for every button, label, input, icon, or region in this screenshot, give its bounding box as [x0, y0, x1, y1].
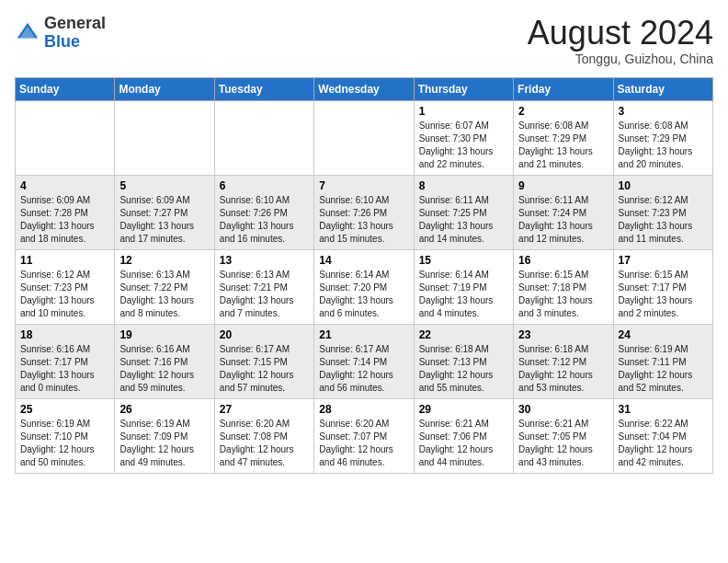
day-info: Sunrise: 6:17 AM Sunset: 7:15 PM Dayligh… — [220, 343, 309, 395]
day-info: Sunrise: 6:11 AM Sunset: 7:24 PM Dayligh… — [518, 194, 608, 246]
calendar-cell: 31Sunrise: 6:22 AM Sunset: 7:04 PM Dayli… — [613, 398, 712, 473]
day-info: Sunrise: 6:12 AM Sunset: 7:23 PM Dayligh… — [619, 194, 708, 246]
day-number: 21 — [319, 328, 408, 341]
calendar-cell: 21Sunrise: 6:17 AM Sunset: 7:14 PM Dayli… — [314, 324, 414, 398]
calendar-cell: 27Sunrise: 6:20 AM Sunset: 7:08 PM Dayli… — [214, 398, 313, 473]
calendar-cell — [16, 100, 115, 175]
day-number: 15 — [419, 254, 508, 267]
calendar-week-row: 11Sunrise: 6:12 AM Sunset: 7:23 PM Dayli… — [16, 249, 713, 324]
day-number: 26 — [119, 403, 209, 416]
calendar-cell: 7Sunrise: 6:10 AM Sunset: 7:26 PM Daylig… — [314, 175, 414, 249]
calendar-cell: 30Sunrise: 6:21 AM Sunset: 7:05 PM Dayli… — [514, 398, 613, 473]
day-number: 19 — [119, 328, 209, 341]
logo-general: General — [44, 14, 106, 32]
weekday-header-thursday: Thursday — [414, 77, 513, 100]
day-info: Sunrise: 6:16 AM Sunset: 7:17 PM Dayligh… — [20, 343, 109, 395]
day-number: 17 — [619, 254, 708, 267]
month-year: August 2024 — [528, 15, 713, 52]
calendar-cell: 23Sunrise: 6:18 AM Sunset: 7:12 PM Dayli… — [514, 324, 613, 398]
calendar-cell: 12Sunrise: 6:13 AM Sunset: 7:22 PM Dayli… — [115, 249, 214, 324]
calendar-cell: 1Sunrise: 6:07 AM Sunset: 7:30 PM Daylig… — [414, 100, 513, 175]
calendar-cell: 22Sunrise: 6:18 AM Sunset: 7:13 PM Dayli… — [414, 324, 513, 398]
calendar-cell: 4Sunrise: 6:09 AM Sunset: 7:28 PM Daylig… — [16, 175, 115, 249]
calendar-cell: 28Sunrise: 6:20 AM Sunset: 7:07 PM Dayli… — [314, 398, 414, 473]
day-info: Sunrise: 6:07 AM Sunset: 7:30 PM Dayligh… — [419, 120, 508, 171]
day-info: Sunrise: 6:12 AM Sunset: 7:23 PM Dayligh… — [20, 269, 109, 320]
calendar-cell: 6Sunrise: 6:10 AM Sunset: 7:26 PM Daylig… — [214, 175, 313, 249]
calendar-cell: 18Sunrise: 6:16 AM Sunset: 7:17 PM Dayli… — [16, 324, 115, 398]
calendar-cell: 26Sunrise: 6:19 AM Sunset: 7:09 PM Dayli… — [115, 398, 214, 473]
day-number: 12 — [119, 254, 209, 267]
weekday-header-monday: Monday — [115, 77, 214, 100]
calendar-cell: 24Sunrise: 6:19 AM Sunset: 7:11 PM Dayli… — [613, 324, 712, 398]
calendar-cell: 25Sunrise: 6:19 AM Sunset: 7:10 PM Dayli… — [16, 398, 115, 473]
day-info: Sunrise: 6:19 AM Sunset: 7:11 PM Dayligh… — [619, 343, 708, 395]
day-info: Sunrise: 6:18 AM Sunset: 7:13 PM Dayligh… — [419, 343, 508, 395]
day-info: Sunrise: 6:15 AM Sunset: 7:18 PM Dayligh… — [518, 269, 608, 320]
day-info: Sunrise: 6:15 AM Sunset: 7:17 PM Dayligh… — [619, 269, 708, 320]
day-info: Sunrise: 6:21 AM Sunset: 7:05 PM Dayligh… — [518, 418, 608, 469]
title-block: August 2024 Tonggu, Guizhou, China — [528, 15, 713, 66]
logo-text: General Blue — [44, 15, 106, 52]
day-number: 23 — [518, 328, 608, 341]
calendar-week-row: 25Sunrise: 6:19 AM Sunset: 7:10 PM Dayli… — [16, 398, 713, 473]
calendar-cell: 19Sunrise: 6:16 AM Sunset: 7:16 PM Dayli… — [115, 324, 214, 398]
day-info: Sunrise: 6:18 AM Sunset: 7:12 PM Dayligh… — [518, 343, 608, 395]
calendar-cell: 2Sunrise: 6:08 AM Sunset: 7:29 PM Daylig… — [514, 100, 613, 175]
day-info: Sunrise: 6:22 AM Sunset: 7:04 PM Dayligh… — [619, 418, 708, 469]
day-number: 30 — [518, 403, 608, 416]
day-number: 24 — [619, 328, 708, 341]
calendar-cell: 3Sunrise: 6:08 AM Sunset: 7:29 PM Daylig… — [613, 100, 712, 175]
calendar-cell: 29Sunrise: 6:21 AM Sunset: 7:06 PM Dayli… — [414, 398, 513, 473]
logo-icon — [15, 20, 40, 46]
day-number: 7 — [319, 179, 408, 192]
day-number: 3 — [619, 105, 708, 118]
day-number: 14 — [319, 254, 408, 267]
day-info: Sunrise: 6:19 AM Sunset: 7:10 PM Dayligh… — [20, 418, 109, 469]
calendar-cell: 15Sunrise: 6:14 AM Sunset: 7:19 PM Dayli… — [414, 249, 513, 324]
day-number: 29 — [419, 403, 508, 416]
location: Tonggu, Guizhou, China — [528, 52, 713, 66]
calendar-week-row: 1Sunrise: 6:07 AM Sunset: 7:30 PM Daylig… — [16, 100, 713, 175]
day-info: Sunrise: 6:08 AM Sunset: 7:29 PM Dayligh… — [518, 120, 608, 171]
day-number: 11 — [20, 254, 109, 267]
day-number: 9 — [518, 179, 608, 192]
day-number: 18 — [20, 328, 109, 341]
calendar-cell: 11Sunrise: 6:12 AM Sunset: 7:23 PM Dayli… — [16, 249, 115, 324]
calendar-week-row: 4Sunrise: 6:09 AM Sunset: 7:28 PM Daylig… — [16, 175, 713, 249]
calendar-cell: 10Sunrise: 6:12 AM Sunset: 7:23 PM Dayli… — [613, 175, 712, 249]
calendar-cell — [314, 100, 414, 175]
day-number: 28 — [319, 403, 408, 416]
weekday-header-friday: Friday — [514, 77, 613, 100]
weekday-header-row: SundayMondayTuesdayWednesdayThursdayFrid… — [16, 77, 713, 100]
calendar-cell: 5Sunrise: 6:09 AM Sunset: 7:27 PM Daylig… — [115, 175, 214, 249]
day-info: Sunrise: 6:10 AM Sunset: 7:26 PM Dayligh… — [319, 194, 408, 246]
calendar-cell: 17Sunrise: 6:15 AM Sunset: 7:17 PM Dayli… — [613, 249, 712, 324]
weekday-header-saturday: Saturday — [613, 77, 712, 100]
day-number: 1 — [419, 105, 508, 118]
weekday-header-tuesday: Tuesday — [214, 77, 313, 100]
day-number: 10 — [619, 179, 708, 192]
day-info: Sunrise: 6:17 AM Sunset: 7:14 PM Dayligh… — [319, 343, 408, 395]
day-number: 22 — [419, 328, 508, 341]
calendar-cell: 13Sunrise: 6:13 AM Sunset: 7:21 PM Dayli… — [214, 249, 313, 324]
day-number: 6 — [220, 179, 309, 192]
day-info: Sunrise: 6:20 AM Sunset: 7:08 PM Dayligh… — [220, 418, 309, 469]
logo: General Blue — [15, 15, 106, 52]
calendar-week-row: 18Sunrise: 6:16 AM Sunset: 7:17 PM Dayli… — [16, 324, 713, 398]
calendar-cell: 14Sunrise: 6:14 AM Sunset: 7:20 PM Dayli… — [314, 249, 414, 324]
day-number: 5 — [119, 179, 209, 192]
day-info: Sunrise: 6:09 AM Sunset: 7:27 PM Dayligh… — [119, 194, 209, 246]
day-info: Sunrise: 6:13 AM Sunset: 7:21 PM Dayligh… — [220, 269, 309, 320]
calendar-cell — [115, 100, 214, 175]
day-info: Sunrise: 6:14 AM Sunset: 7:19 PM Dayligh… — [419, 269, 508, 320]
weekday-header-wednesday: Wednesday — [314, 77, 414, 100]
day-info: Sunrise: 6:09 AM Sunset: 7:28 PM Dayligh… — [20, 194, 109, 246]
page-header: General Blue August 2024 Tonggu, Guizhou… — [15, 15, 713, 66]
day-number: 16 — [518, 254, 608, 267]
day-info: Sunrise: 6:08 AM Sunset: 7:29 PM Dayligh… — [619, 120, 708, 171]
day-number: 20 — [220, 328, 309, 341]
day-number: 27 — [220, 403, 309, 416]
day-info: Sunrise: 6:20 AM Sunset: 7:07 PM Dayligh… — [319, 418, 408, 469]
calendar-table: SundayMondayTuesdayWednesdayThursdayFrid… — [15, 77, 713, 474]
